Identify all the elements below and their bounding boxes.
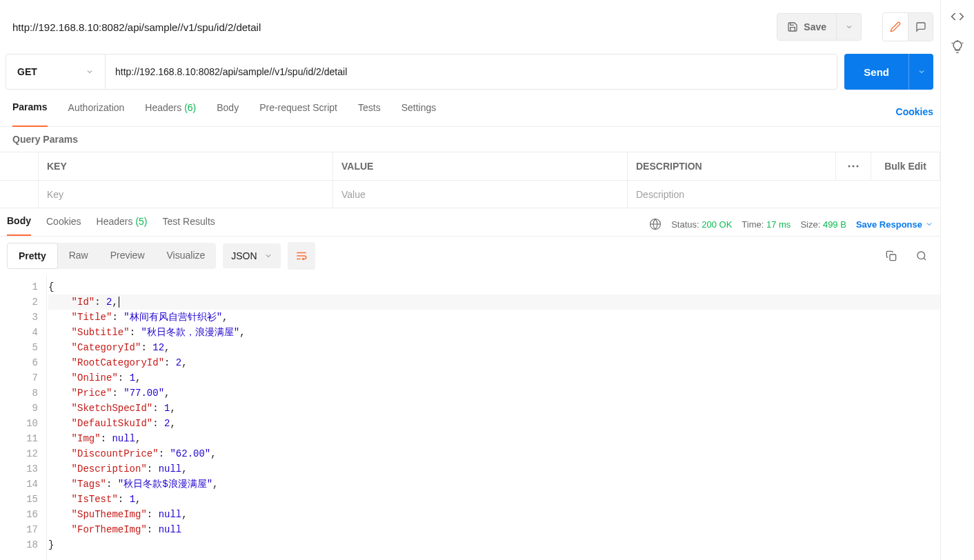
- col-description: DESCRIPTION: [628, 152, 835, 180]
- save-label: Save: [804, 21, 826, 32]
- svg-line-11: [952, 43, 953, 43]
- send-button[interactable]: Send: [844, 54, 908, 90]
- globe-icon[interactable]: [649, 218, 662, 230]
- response-body[interactable]: 123456789101112131415161718 { "Id": 2, "…: [0, 275, 940, 560]
- save-icon: [787, 21, 798, 32]
- lightbulb-icon: [951, 40, 964, 54]
- url-value: http://192.168.8.10:8082/api/sample//v1/…: [115, 66, 347, 77]
- tab-prerequest[interactable]: Pre-request Script: [259, 97, 337, 127]
- param-key-input[interactable]: Key: [39, 181, 333, 208]
- format-value: JSON: [231, 250, 257, 261]
- chevron-down-icon: [925, 220, 933, 228]
- svg-rect-7: [890, 254, 896, 261]
- col-value: VALUE: [333, 152, 628, 180]
- svg-point-0: [848, 166, 851, 168]
- save-button[interactable]: Save: [777, 13, 837, 41]
- code-snippet-button[interactable]: [951, 10, 964, 23]
- cookies-link[interactable]: Cookies: [896, 106, 933, 117]
- resp-tab-body[interactable]: Body: [7, 212, 31, 236]
- status-block: Status: 200 OK: [671, 219, 732, 230]
- tab-headers[interactable]: Headers (6): [145, 97, 196, 127]
- resp-tab-test-results[interactable]: Test Results: [163, 212, 215, 236]
- query-params-heading: Query Params: [0, 127, 940, 152]
- line-gutter: 123456789101112131415161718: [0, 275, 47, 560]
- tab-tests[interactable]: Tests: [358, 97, 381, 127]
- hints-button[interactable]: [951, 40, 964, 54]
- view-raw[interactable]: Raw: [58, 243, 99, 269]
- col-options-button[interactable]: [835, 152, 871, 180]
- pencil-icon: [890, 21, 901, 32]
- wrap-lines-button[interactable]: [288, 242, 315, 270]
- bulk-edit-button[interactable]: Bulk Edit: [871, 152, 940, 180]
- copy-button[interactable]: [879, 244, 903, 268]
- svg-point-1: [853, 166, 855, 168]
- search-button[interactable]: [910, 244, 933, 268]
- chevron-down-icon: [264, 252, 272, 260]
- wrap-icon: [295, 250, 308, 262]
- time-block: Time: 17 ms: [742, 219, 791, 230]
- resp-tab-headers-count: (5): [135, 216, 147, 227]
- comment-button[interactable]: [908, 13, 933, 41]
- svg-line-12: [962, 43, 964, 43]
- resp-tab-cookies[interactable]: Cookies: [46, 212, 81, 236]
- col-key: KEY: [39, 152, 333, 180]
- code-icon: [951, 10, 964, 23]
- chevron-down-icon: [845, 23, 853, 31]
- code-source[interactable]: { "Id": 2, "Title": "林间有风自营针织衫", "Subtit…: [47, 275, 940, 560]
- tab-headers-label: Headers: [145, 102, 181, 113]
- request-title: http://192.168.8.10:8082/api/sample//v1/…: [12, 21, 777, 33]
- copy-icon: [886, 250, 897, 261]
- view-visualize[interactable]: Visualize: [156, 243, 217, 269]
- svg-point-2: [857, 166, 859, 168]
- param-description-input[interactable]: Description: [628, 181, 940, 208]
- comment-icon: [915, 21, 926, 32]
- view-pretty[interactable]: Pretty: [7, 243, 58, 269]
- tab-params[interactable]: Params: [12, 97, 48, 127]
- params-table: KEY VALUE DESCRIPTION Bulk Edit Key Valu…: [0, 152, 940, 208]
- method-value: GET: [17, 66, 37, 77]
- method-select[interactable]: GET: [6, 54, 106, 90]
- save-response-button[interactable]: Save Response: [856, 219, 933, 230]
- resp-tab-headers[interactable]: Headers (5): [97, 212, 148, 236]
- send-dropdown[interactable]: [908, 54, 933, 90]
- url-input[interactable]: http://192.168.8.10:8082/api/sample//v1/…: [106, 54, 837, 90]
- param-value-input[interactable]: Value: [333, 181, 628, 208]
- tab-body[interactable]: Body: [217, 97, 239, 127]
- tab-settings[interactable]: Settings: [401, 97, 437, 127]
- format-select[interactable]: JSON: [223, 243, 280, 268]
- chevron-down-icon: [86, 68, 94, 76]
- svg-point-8: [917, 252, 925, 259]
- more-icon: [848, 165, 859, 168]
- search-icon: [916, 250, 927, 261]
- resp-tab-headers-label: Headers: [97, 216, 133, 227]
- save-dropdown[interactable]: [837, 13, 862, 41]
- view-mode-segment: Pretty Raw Preview Visualize: [7, 243, 216, 269]
- tab-headers-count: (6): [184, 102, 196, 113]
- edit-button[interactable]: [883, 13, 908, 41]
- tab-authorization[interactable]: Authorization: [68, 97, 125, 127]
- view-preview[interactable]: Preview: [99, 243, 156, 269]
- chevron-down-icon: [917, 68, 926, 76]
- size-block: Size: 499 B: [800, 219, 846, 230]
- svg-line-9: [924, 258, 926, 260]
